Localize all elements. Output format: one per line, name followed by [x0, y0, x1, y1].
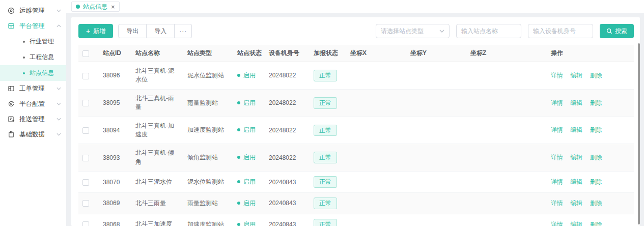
cell-device-number: 20240843 [265, 214, 310, 226]
bullet-icon [23, 56, 25, 59]
edit-link[interactable]: 编辑 [570, 126, 582, 133]
sidebar-item-platform-management[interactable]: 平台管理 [0, 18, 66, 34]
add-button[interactable]: + 新增 [78, 24, 113, 38]
tab-bar: 站点信息 × [66, 0, 644, 13]
report-status-badge: 正常 [314, 70, 337, 81]
detail-link[interactable]: 详情 [551, 178, 563, 185]
cell-coord-y [406, 214, 466, 226]
tab-close-icon[interactable]: × [111, 4, 115, 10]
row-checkbox[interactable] [82, 73, 89, 79]
tab-site-info[interactable]: 站点信息 × [71, 2, 120, 12]
detail-link[interactable]: 详情 [551, 200, 563, 207]
cell-site-status: 启用 [233, 192, 265, 214]
header-report-status: 加报状态 [310, 45, 346, 62]
edit-link[interactable]: 编辑 [570, 178, 582, 185]
select-all-checkbox[interactable] [82, 50, 89, 57]
sidebar-item-work-order-management[interactable]: 工单管理 [0, 81, 66, 96]
delete-link[interactable]: 删除 [590, 126, 602, 133]
edit-link[interactable]: 编辑 [570, 221, 582, 226]
cell-device-number: 20248022 [265, 89, 310, 117]
work-order-icon [8, 85, 15, 92]
delete-link[interactable]: 删除 [590, 200, 602, 207]
edit-link[interactable]: 编辑 [570, 200, 582, 207]
row-checkbox[interactable] [82, 221, 89, 226]
device-number-input[interactable] [528, 24, 593, 38]
sidebar-item-label: 平台管理 [19, 22, 57, 31]
chevron-down-icon [57, 9, 61, 12]
vertical-scrollbar[interactable] [638, 43, 640, 224]
search-filters: 请选择站点类型 搜索 [376, 24, 634, 38]
header-site-name: 站点名称 [131, 45, 183, 62]
delete-link[interactable]: 删除 [590, 99, 602, 106]
more-actions-button[interactable]: ··· [175, 24, 192, 38]
table-row: 38068 北斗三加速度 加速度监测站 启用 20240843 正常 详情 编辑… [78, 214, 634, 226]
content-card: + 新增 导出 导入 ··· 请选择站点类型 搜索 [71, 17, 640, 226]
header-coord-x: 坐标X [346, 45, 406, 62]
config-icon [8, 100, 15, 107]
table-row: 38070 北斗三泥水位 泥水位监测站 启用 20240843 正常 详情 编辑… [78, 172, 634, 193]
cell-actions: 详情 编辑 删除 [547, 144, 634, 172]
cell-report-status: 正常 [310, 89, 346, 117]
sidebar-item-platform-config[interactable]: 平台配置 [0, 96, 66, 111]
row-checkbox[interactable] [82, 127, 89, 134]
status-dot-icon [237, 223, 240, 226]
sidebar-subitem-site-info[interactable]: 站点信息 [0, 65, 66, 81]
edit-link[interactable]: 编辑 [570, 99, 582, 106]
delete-link[interactable]: 删除 [590, 72, 602, 79]
sidebar-subitem-project-info[interactable]: 工程信息 [0, 49, 66, 65]
tab-active-dot-icon [76, 5, 80, 9]
cell-coord-x [346, 172, 406, 193]
site-type-select[interactable]: 请选择站点类型 [376, 24, 450, 38]
edit-link[interactable]: 编辑 [570, 72, 582, 79]
sidebar-item-ops-management[interactable]: 运维管理 [0, 3, 66, 18]
detail-link[interactable]: 详情 [551, 154, 563, 161]
delete-link[interactable]: 删除 [590, 178, 602, 185]
cell-site-type: 雨量监测站 [183, 89, 233, 117]
import-button[interactable]: 导入 [147, 24, 175, 38]
plus-icon: + [86, 27, 90, 35]
detail-link[interactable]: 详情 [551, 72, 563, 79]
bullet-icon [23, 41, 25, 43]
row-checkbox[interactable] [82, 100, 89, 106]
row-checkbox[interactable] [82, 179, 89, 186]
cell-site-name: 北斗三泥水位 [131, 172, 183, 193]
platform-icon [8, 22, 15, 30]
report-status-badge: 正常 [314, 152, 337, 163]
sidebar: 运维管理 平台管理 行业管理 工程信息 站点信息 工单管理 平台配置 推送管理 … [0, 0, 66, 226]
cell-site-status: 启用 [233, 62, 265, 90]
cell-site-id: 38069 [99, 192, 131, 214]
cell-site-type: 泥水位监测站 [183, 172, 233, 193]
detail-link[interactable]: 详情 [551, 221, 563, 226]
cell-coord-y [406, 172, 466, 193]
cell-coord-z [466, 172, 547, 193]
cell-site-type: 泥水位监测站 [183, 62, 233, 90]
sidebar-subitem-industry-management[interactable]: 行业管理 [0, 34, 66, 49]
site-table: 站点ID 站点名称 站点类型 站点状态 设备机身号 加报状态 坐标X 坐标Y 坐… [78, 45, 634, 226]
detail-link[interactable]: 详情 [551, 99, 563, 106]
sidebar-item-label: 基础数据 [19, 130, 57, 139]
header-coord-y: 坐标Y [406, 45, 466, 62]
sidebar-item-label: 工单管理 [19, 84, 57, 93]
header-site-id: 站点ID [99, 45, 131, 62]
base-data-icon [8, 131, 15, 138]
export-button[interactable]: 导出 [118, 24, 147, 38]
cell-coord-z [466, 62, 547, 90]
edit-link[interactable]: 编辑 [570, 154, 582, 161]
cell-site-id: 38096 [99, 62, 131, 90]
status-dot-icon [237, 156, 240, 159]
row-checkbox[interactable] [82, 155, 89, 161]
site-name-input[interactable] [456, 24, 521, 38]
detail-link[interactable]: 详情 [551, 126, 563, 133]
search-button[interactable]: 搜索 [600, 24, 634, 38]
chevron-down-icon [57, 118, 61, 121]
cell-site-status: 启用 [233, 172, 265, 193]
cell-site-status: 启用 [233, 117, 265, 144]
cell-coord-x [346, 62, 406, 90]
chevron-down-icon [57, 133, 61, 136]
delete-link[interactable]: 删除 [590, 154, 602, 161]
row-checkbox[interactable] [82, 200, 89, 207]
delete-link[interactable]: 删除 [590, 221, 602, 226]
sidebar-item-push-management[interactable]: 推送管理 [0, 111, 66, 127]
sidebar-item-base-data[interactable]: 基础数据 [0, 127, 66, 142]
cell-device-number: 20248022 [265, 117, 310, 144]
